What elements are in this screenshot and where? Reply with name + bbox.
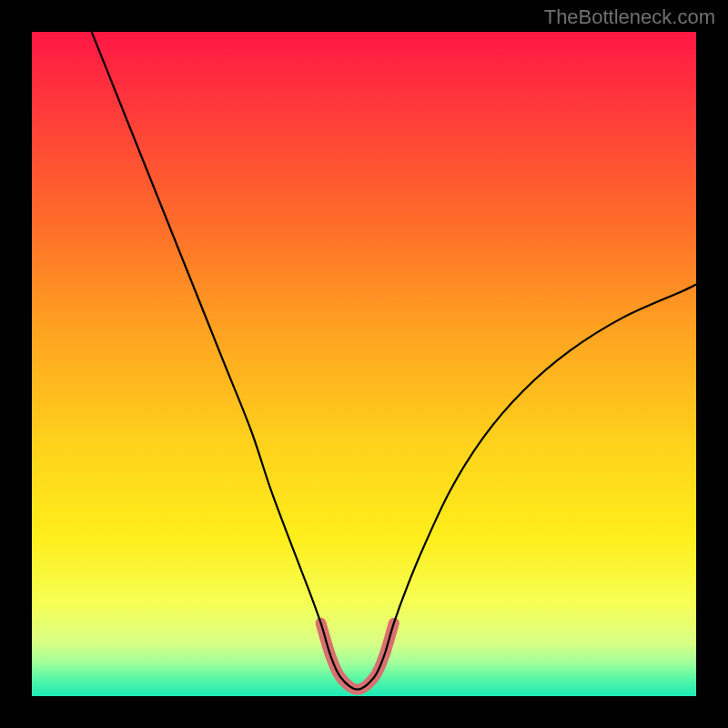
chart-curves <box>32 32 696 696</box>
watermark-text: TheBottleneck.com <box>544 5 715 29</box>
main-curve-path <box>92 32 696 690</box>
chart-plot-area <box>32 32 696 696</box>
